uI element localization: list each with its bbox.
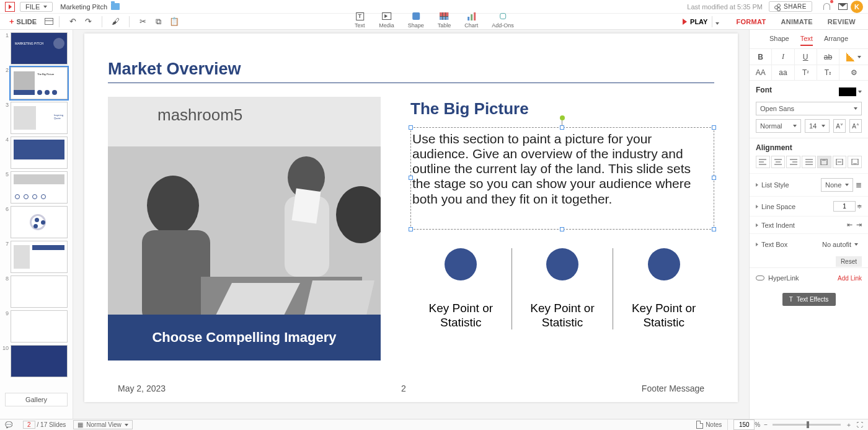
subtab-shape[interactable]: Shape (769, 35, 789, 46)
valign-top-button[interactable] (817, 156, 831, 168)
insert-shape-button[interactable]: Shape (408, 11, 424, 29)
uppercase-button[interactable]: AA (750, 65, 772, 80)
key-point[interactable]: Key Point or Statistic (613, 248, 714, 330)
slide-thumb[interactable]: 3InspiringQuote (2, 102, 73, 134)
slide-thumb[interactable]: 2The Big Picture (2, 67, 73, 99)
slide-thumb[interactable]: 5 (2, 171, 73, 204)
superscript-button[interactable]: T² (795, 65, 817, 80)
list-style-select[interactable]: None (821, 178, 853, 192)
zoom-input[interactable] (733, 419, 755, 430)
slide-thumb[interactable]: 10 (2, 345, 73, 377)
insert-text-button[interactable]: TText (354, 11, 365, 29)
resize-handle[interactable] (560, 227, 564, 231)
slide-thumb[interactable]: 9 (2, 310, 73, 343)
indent-decrease-icon[interactable]: ⇤ (847, 221, 852, 229)
resize-handle[interactable] (560, 125, 564, 130)
align-center-button[interactable] (771, 156, 786, 168)
play-button[interactable]: PLAY (678, 16, 712, 27)
more-format-button[interactable]: ⚙ (839, 65, 868, 80)
slide-thumb[interactable]: 4 (2, 137, 73, 169)
font-weight-select[interactable]: Normal (756, 119, 801, 133)
zoom-slider[interactable] (773, 424, 841, 426)
zoom-thumb[interactable] (807, 421, 809, 428)
align-left-button[interactable] (756, 156, 770, 168)
messages-button[interactable] (836, 1, 849, 13)
subtab-text[interactable]: Text (800, 35, 813, 46)
selected-textbox[interactable]: Use this section to paint a picture for … (410, 127, 714, 230)
resize-handle[interactable] (712, 176, 716, 180)
tab-format[interactable]: FORMAT (728, 15, 773, 29)
addons-button[interactable]: Add-Ons (492, 11, 514, 29)
line-space-row[interactable]: Line Space ≑ (750, 196, 868, 216)
slide-title[interactable]: Market Overview (108, 60, 714, 83)
resize-handle[interactable] (409, 176, 413, 180)
resize-handle[interactable] (712, 125, 716, 130)
valign-middle-button[interactable] (833, 156, 847, 168)
play-dropdown[interactable] (712, 14, 722, 29)
footer-page[interactable]: 2 (401, 383, 406, 393)
slide-thumb[interactable]: 7 (2, 241, 73, 273)
view-mode-select[interactable]: ▦ Normal View (73, 420, 133, 429)
indent-increase-icon[interactable]: ⇥ (856, 221, 862, 229)
align-right-button[interactable] (786, 156, 800, 168)
text-indent-row[interactable]: Text Indent ⇤ ⇥ (750, 216, 868, 233)
document-title[interactable]: Marketing Pitch (60, 3, 107, 11)
notes-toggle[interactable]: Notes (706, 421, 722, 428)
slide-thumb[interactable]: 1MARKETING PITCH (2, 32, 73, 65)
layout-icon[interactable] (45, 18, 53, 25)
bold-button[interactable]: B (750, 49, 772, 65)
valign-bottom-button[interactable] (848, 156, 862, 168)
paste-button[interactable]: 📋 (169, 16, 179, 27)
bullet-list-icon[interactable]: ≣ (856, 181, 862, 189)
gallery-button[interactable]: Gallery (5, 393, 68, 406)
align-justify-button[interactable] (802, 156, 816, 168)
slide-thumb[interactable]: 6 (2, 206, 73, 238)
reset-button[interactable]: Reset (836, 256, 862, 267)
font-color-picker[interactable] (839, 87, 862, 96)
tab-review[interactable]: REVIEW (820, 15, 863, 29)
lowercase-button[interactable]: aa (772, 65, 794, 80)
resize-handle[interactable] (409, 227, 413, 231)
text-box-row[interactable]: Text Box No autofit (750, 233, 868, 255)
fit-screen-button[interactable]: ⛶ (857, 421, 863, 428)
strikethrough-button[interactable]: ab (817, 49, 839, 65)
list-style-row[interactable]: List Style None ≣ (750, 173, 868, 196)
redo-button[interactable]: ↷ (83, 16, 94, 27)
key-point[interactable]: Key Point or Statistic (410, 248, 512, 330)
share-button[interactable]: SHARE (769, 1, 812, 12)
resize-handle[interactable] (712, 227, 716, 231)
notifications-button[interactable] (820, 1, 833, 13)
subscript-button[interactable]: T₂ (817, 65, 839, 80)
font-family-select[interactable]: Open Sans (756, 102, 862, 115)
subtab-arrange[interactable]: Arrange (824, 35, 848, 46)
autofit-select[interactable]: No autofit (818, 238, 862, 251)
italic-button[interactable]: I (772, 49, 794, 65)
slide-image[interactable]: mashroom5 Choose Compelling Imagery (108, 97, 381, 361)
zoom-in-button[interactable]: ＋ (846, 421, 852, 429)
insert-chart-button[interactable]: Chart (464, 11, 478, 29)
font-size-increase[interactable]: A˄ (849, 119, 862, 133)
tab-animate[interactable]: ANIMATE (773, 15, 820, 29)
text-effects-button[interactable]: T Text Effects (782, 293, 836, 306)
footer-message[interactable]: Footer Message (642, 383, 704, 393)
copy-button[interactable]: ⧉ (153, 16, 164, 27)
app-logo[interactable] (5, 2, 15, 12)
slide-canvas[interactable]: Market Overview mashroom5 (73, 30, 749, 419)
line-space-input[interactable] (833, 201, 856, 212)
resize-handle[interactable] (409, 125, 413, 130)
zoom-out-button[interactable]: − (764, 421, 768, 428)
rotate-handle[interactable] (560, 115, 565, 120)
highlight-color-button[interactable] (839, 49, 868, 65)
user-avatar[interactable]: K (851, 1, 863, 13)
new-slide-button[interactable]: + SLIDE (5, 14, 41, 29)
key-point[interactable]: Key Point or Statistic (512, 248, 613, 330)
insert-media-button[interactable]: Media (379, 11, 394, 29)
format-painter-button[interactable]: 🖌 (110, 16, 121, 27)
file-menu[interactable]: FILE (20, 2, 53, 12)
slide-thumb[interactable]: 8 (2, 275, 73, 308)
footer-date[interactable]: May 2, 2023 (118, 383, 166, 393)
image-caption[interactable]: Choose Compelling Imagery (108, 315, 381, 361)
current-slide-number[interactable]: 2 (23, 421, 35, 429)
add-link-button[interactable]: Add Link (838, 275, 862, 282)
underline-button[interactable]: U (795, 49, 817, 65)
